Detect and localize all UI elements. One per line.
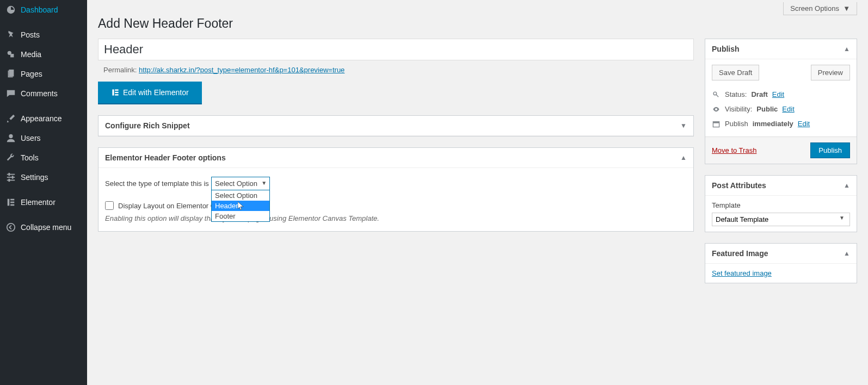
svg-rect-13	[10, 199, 14, 201]
sidebar-label: Comments	[21, 89, 58, 98]
rich-snippet-title: Configure Rich Snippet	[105, 121, 190, 130]
sidebar-item-comments[interactable]: Comments	[0, 84, 87, 103]
permalink-label: Permalink:	[103, 66, 137, 74]
post-attributes-box: Post Attributes ▲ Template Default Templ…	[705, 175, 857, 232]
visibility-value: Public	[756, 105, 778, 113]
display-layout-checkbox[interactable]	[105, 201, 114, 210]
elementor-icon	[5, 197, 16, 208]
status-edit-link[interactable]: Edit	[772, 90, 784, 98]
wrench-icon	[5, 152, 16, 163]
featured-image-box: Featured Image ▲ Set featured image	[705, 243, 857, 283]
save-draft-button[interactable]: Save Draft	[712, 65, 759, 80]
dropdown-option-footer[interactable]: Footer	[212, 211, 269, 221]
dropdown-option-select[interactable]: Select Option	[212, 190, 269, 201]
rich-snippet-header[interactable]: Configure Rich Snippet ▼	[99, 116, 693, 136]
sidebar-item-tools[interactable]: Tools	[0, 148, 87, 167]
visibility-edit-link[interactable]: Edit	[782, 105, 794, 113]
sidebar-label: Appearance	[21, 114, 62, 123]
sliders-icon	[5, 172, 16, 183]
admin-sidebar: Dashboard Posts Media Pages Comments App…	[0, 0, 87, 385]
brush-icon	[5, 113, 16, 124]
publish-date-edit-link[interactable]: Edit	[798, 120, 810, 128]
set-featured-image-link[interactable]: Set featured image	[712, 269, 772, 277]
svg-rect-11	[9, 179, 10, 182]
svg-point-5	[9, 134, 13, 138]
hf-options-title: Elementor Header Footer options	[105, 153, 226, 162]
template-label: Template	[712, 201, 850, 209]
sidebar-label: Media	[21, 50, 41, 59]
elementor-icon	[111, 88, 120, 97]
user-icon	[5, 133, 16, 144]
hf-options-box: Elementor Header Footer options ▲ Select…	[98, 147, 694, 232]
sidebar-item-settings[interactable]: Settings	[0, 167, 87, 187]
featured-image-title: Featured Image	[712, 249, 768, 258]
svg-rect-17	[112, 89, 114, 95]
svg-point-21	[713, 92, 717, 95]
preview-button[interactable]: Preview	[811, 65, 850, 80]
publish-date-value: immediately	[753, 120, 793, 128]
media-icon	[5, 49, 16, 60]
sidebar-item-pages[interactable]: Pages	[0, 64, 87, 84]
top-bar: Screen Options ▼	[98, 0, 857, 15]
chevron-up-icon: ▲	[844, 250, 850, 257]
featured-image-header[interactable]: Featured Image ▲	[705, 244, 857, 264]
status-label: Status:	[725, 90, 747, 98]
page-title: Add New Header Footer	[98, 16, 857, 31]
sidebar-item-collapse[interactable]: Collapse menu	[0, 218, 87, 237]
publish-button[interactable]: Publish	[810, 142, 850, 158]
sidebar-label: Pages	[21, 70, 42, 78]
edit-with-elementor-button[interactable]: Edit with Elementor	[98, 82, 202, 104]
post-attributes-header[interactable]: Post Attributes ▲	[705, 176, 857, 196]
sidebar-item-media[interactable]: Media	[0, 45, 87, 64]
sidebar-label: Dashboard	[21, 5, 58, 14]
permalink-row: Permalink: http://ak.sharkz.in/?post_typ…	[98, 60, 694, 74]
svg-rect-7	[7, 177, 15, 178]
chevron-up-icon: ▲	[844, 45, 850, 53]
publish-box-header[interactable]: Publish ▲	[705, 39, 857, 59]
template-select[interactable]: Default Template	[712, 213, 850, 226]
svg-point-16	[7, 223, 15, 231]
dropdown-option-header-label: Header	[215, 202, 238, 210]
screen-options-button[interactable]: Screen Options ▼	[783, 2, 857, 15]
display-layout-help: Enabling this option will display this l…	[105, 214, 687, 222]
chevron-up-icon: ▲	[680, 154, 687, 162]
post-title-input[interactable]	[98, 39, 694, 60]
screen-options-label: Screen Options	[790, 4, 839, 13]
dropdown-option-header[interactable]: Header	[212, 201, 269, 211]
svg-rect-6	[7, 174, 15, 175]
publish-box-title: Publish	[712, 45, 740, 53]
pin-icon	[5, 29, 16, 40]
sidebar-item-posts[interactable]: Posts	[0, 25, 87, 45]
publish-date-label: Publish	[725, 120, 748, 128]
cursor-icon	[238, 202, 244, 210]
publish-box: Publish ▲ Save Draft Preview Status: Dra…	[705, 39, 857, 164]
svg-rect-19	[115, 92, 118, 93]
dashboard-icon	[5, 4, 16, 15]
sidebar-item-elementor[interactable]: Elementor	[0, 192, 87, 212]
sidebar-item-users[interactable]: Users	[0, 128, 87, 148]
move-to-trash-link[interactable]: Move to Trash	[712, 146, 756, 154]
svg-rect-8	[7, 180, 15, 181]
visibility-label: Visibility:	[725, 105, 752, 113]
main-content: Screen Options ▼ Add New Header Footer P…	[87, 0, 868, 385]
calendar-icon	[712, 120, 721, 128]
sidebar-item-dashboard[interactable]: Dashboard	[0, 0, 87, 20]
template-type-dropdown: Select Option Header Footer	[211, 190, 270, 222]
chevron-down-icon: ▼	[680, 122, 687, 129]
permalink-link[interactable]: http://ak.sharkz.in/?post_type=elementor…	[139, 66, 344, 74]
hf-options-header[interactable]: Elementor Header Footer options ▲	[99, 148, 693, 168]
edit-elementor-label: Edit with Elementor	[123, 88, 189, 97]
template-type-select[interactable]: Select Option	[211, 177, 270, 190]
rich-snippet-box: Configure Rich Snippet ▼	[98, 115, 694, 136]
svg-rect-20	[115, 94, 118, 95]
svg-rect-1	[10, 54, 14, 57]
sidebar-label: Posts	[21, 30, 40, 39]
sidebar-label: Users	[21, 134, 41, 142]
key-icon	[712, 91, 721, 98]
status-value: Draft	[751, 90, 767, 98]
svg-rect-15	[10, 204, 14, 206]
eye-icon	[712, 105, 721, 113]
sidebar-item-appearance[interactable]: Appearance	[0, 109, 87, 128]
sidebar-label: Collapse menu	[21, 223, 71, 232]
svg-rect-12	[8, 199, 10, 206]
